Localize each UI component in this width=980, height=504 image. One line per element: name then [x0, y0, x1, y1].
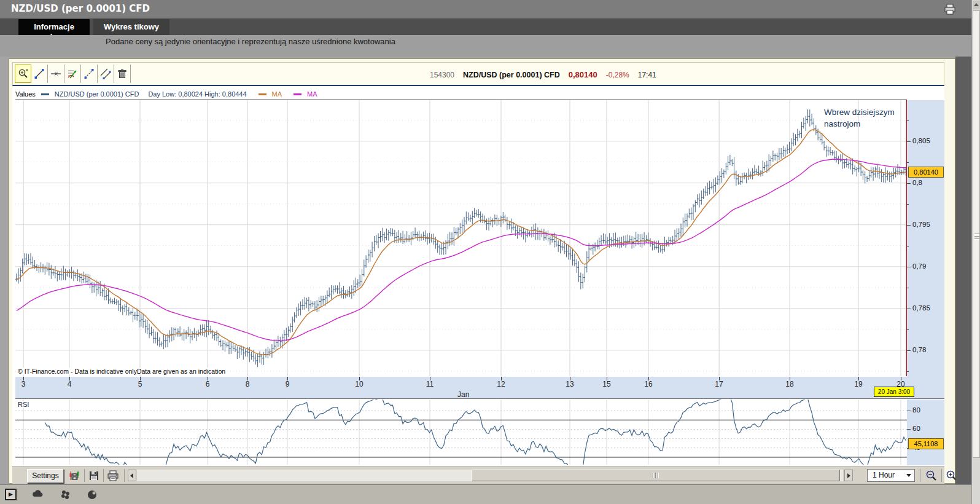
save-button[interactable]	[86, 469, 102, 482]
save-chart-button[interactable]	[66, 469, 82, 482]
ma2-swatch-icon	[294, 93, 301, 95]
scroll-up-arrow[interactable]	[973, 1, 980, 9]
price-minor-tick	[907, 204, 909, 205]
bottom-toolbar: Settings 1 Hour	[12, 467, 944, 484]
chevron-down-icon	[906, 474, 911, 477]
horizontal-line-tool-button[interactable]	[48, 65, 64, 83]
status-bar: ▶	[0, 484, 971, 504]
tab-wykres-tikowy[interactable]: Wykres tikowy	[93, 19, 169, 35]
rsi-label: RSI	[17, 401, 30, 408]
interval-value: 1 Hour	[873, 471, 895, 479]
rsi-chart[interactable]	[15, 400, 907, 468]
interval-dropdown[interactable]: 1 Hour	[867, 469, 915, 482]
rsi-tick	[907, 411, 911, 411]
scroll-right-arrow[interactable]	[844, 470, 853, 481]
pinwheel-icon[interactable]	[59, 489, 72, 501]
parallel-lines-tool-button[interactable]	[98, 65, 114, 83]
price-tick-label: 0,79	[912, 262, 926, 270]
price-tick	[907, 267, 911, 267]
indicators-icon	[66, 68, 79, 80]
date-tick-label: 19	[854, 380, 862, 388]
price-minor-tick	[907, 162, 909, 163]
price-minor-tick	[907, 120, 909, 121]
parallel-lines-icon	[99, 68, 112, 80]
legend-values-label: Values	[15, 90, 36, 98]
tab-informacje-rynkowe[interactable]: Informacje rynkowe	[18, 19, 90, 35]
price-minor-tick	[907, 246, 909, 246]
date-tick-label: 11	[426, 380, 434, 388]
disclaimer-row: Podane ceny są jedynie orientacyjne i re…	[0, 35, 971, 57]
quote-time: 17:41	[638, 71, 656, 79]
zoom-tool-button[interactable]	[15, 65, 31, 83]
chart-hscrollbar-track[interactable]	[137, 470, 843, 481]
settings-button[interactable]: Settings	[27, 469, 64, 483]
delete-tool-button[interactable]	[114, 65, 131, 83]
instrument-code: 154300	[430, 71, 454, 79]
zoom-out-icon	[925, 469, 938, 482]
price-tick-label: 0,785	[912, 304, 930, 312]
legend-ma2-label: MA	[307, 90, 317, 98]
date-tick-label: 9	[286, 380, 290, 388]
trendline-tool-button[interactable]	[31, 65, 48, 83]
rsi-axis: 80604045,1108	[907, 400, 944, 465]
price-tick-label: 0,8	[912, 179, 922, 186]
legend-ma1-label: MA	[272, 90, 282, 98]
chart-annotation: Wbrew dzisiejszym nastrojom	[824, 106, 895, 130]
date-tick-label: 15	[602, 380, 610, 388]
disclaimer-text: Podane ceny są jedynie orientacyjne i re…	[106, 37, 395, 46]
date-tick-label: 12	[497, 380, 505, 388]
quote-line: 154300 NZD/USD (per 0.0001) CFD 0,80140 …	[430, 70, 656, 79]
date-tick-label: 20	[896, 380, 904, 388]
tab-bar: Informacje rynkowe Wykres tikowy	[0, 18, 971, 35]
price-tick	[907, 183, 911, 184]
last-price: 0,80140	[569, 70, 597, 79]
price-tick-label: 0,78	[912, 346, 926, 353]
title-bar: NZD/USD (per 0.0001) CFD	[0, 0, 971, 18]
date-tick-label: 13	[566, 380, 574, 388]
rsi-tick	[907, 429, 911, 430]
trendline-icon	[33, 68, 45, 80]
cloud-icon[interactable]	[31, 489, 45, 500]
panel-toggle-icon[interactable]: ▶	[5, 489, 17, 500]
rsi-current-box: 45,1108	[908, 438, 944, 449]
time-axis[interactable]: Jan 20 Jan 3:00 345689101112131516171819…	[15, 377, 944, 399]
legend-day-range: Day Low: 0,80024 High: 0,80444	[148, 90, 246, 98]
price-minor-tick	[907, 288, 909, 288]
date-tick-label: 4	[68, 380, 72, 388]
page-scrollbar-thumb[interactable]	[973, 10, 980, 458]
price-axis[interactable]: 0,8050,80,7950,790,7850,780,80140	[907, 100, 944, 399]
date-tick-label: 3	[21, 380, 26, 388]
rsi-tick-label: 60	[912, 425, 920, 432]
price-minor-tick	[907, 371, 909, 372]
legend-series-name: NZD/USD (per 0.0001) CFD	[55, 90, 139, 98]
price-tick-label: 0,795	[912, 221, 930, 228]
current-price-box: 0,80140	[908, 167, 944, 178]
price-chart[interactable]	[15, 100, 907, 379]
trash-icon	[116, 68, 128, 80]
scroll-left-arrow[interactable]	[128, 470, 136, 481]
chart-legend: Values NZD/USD (per 0.0001) CFD Day Low:…	[15, 89, 907, 100]
series-swatch-icon	[41, 93, 49, 95]
indicators-tool-button[interactable]	[64, 65, 81, 83]
price-tick	[907, 309, 911, 309]
printer-icon	[106, 470, 120, 482]
instrument-name: NZD/USD (per 0.0001) CFD	[463, 71, 560, 79]
globe-icon[interactable]	[86, 489, 98, 501]
price-minor-tick	[907, 329, 909, 330]
ma1-swatch-icon	[259, 93, 266, 95]
chart-hscrollbar-thumb[interactable]	[472, 470, 840, 481]
month-label: Jan	[457, 390, 469, 399]
rsi-tick-label: 80	[912, 406, 920, 414]
date-tick-label: 17	[715, 380, 723, 388]
price-tick	[907, 141, 911, 142]
window-title: NZD/USD (per 0.0001) CFD	[11, 3, 150, 14]
app-window: NZD/USD (per 0.0001) CFD Informacje rynk…	[0, 0, 980, 504]
print-button[interactable]	[105, 469, 121, 482]
print-icon[interactable]	[943, 2, 957, 18]
page-scrollbar[interactable]	[971, 0, 980, 504]
floppy-icon	[88, 470, 100, 482]
zoom-out-button[interactable]	[924, 468, 939, 483]
dashed-line-tool-button[interactable]	[81, 65, 98, 83]
chart-save-icon	[68, 470, 81, 482]
time-cursor-label: 20 Jan 3:00	[874, 387, 914, 397]
